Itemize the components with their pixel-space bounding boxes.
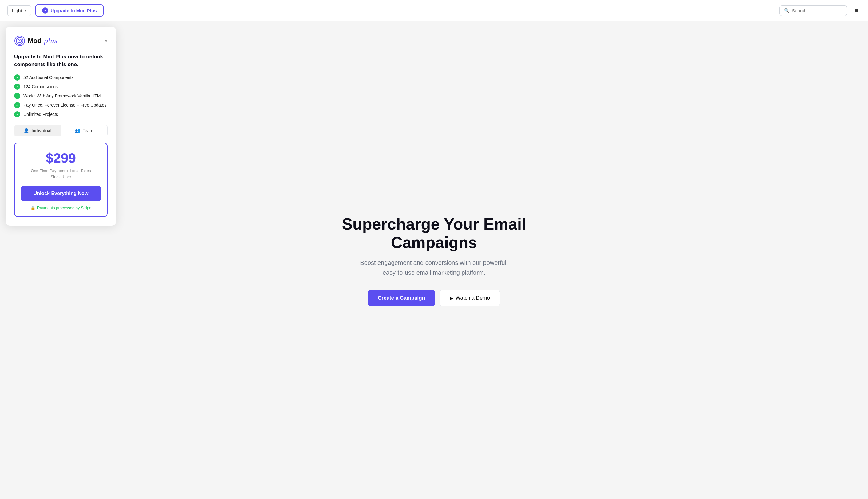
plan-tabs: 👤 Individual 👥 Team (14, 125, 108, 136)
play-icon: ▶ (450, 296, 453, 301)
feature-item: ✓ 124 Compositions (14, 84, 108, 90)
search-box: 🔍 (780, 5, 847, 16)
chevron-down-icon: ▾ (25, 8, 26, 13)
price-amount: $299 (21, 150, 101, 166)
individual-icon: 👤 (24, 128, 29, 133)
header-right: 🔍 ≡ (780, 4, 860, 16)
check-icon: ✓ (14, 102, 20, 108)
unlock-button[interactable]: Unlock Everything Now (21, 186, 101, 201)
logo-mod-text: Mod (28, 37, 41, 45)
feature-item: ✓ Unlimited Projects (14, 111, 108, 117)
header-left: Light ▾ ✦ Upgrade to Mod Plus (8, 4, 104, 16)
hero-buttons: Create a Campaign ▶ Watch a Demo (368, 290, 500, 306)
modal-headline: Upgrade to Mod Plus now to unlock compon… (14, 53, 108, 68)
team-icon: 👥 (75, 128, 80, 133)
check-icon: ✓ (14, 84, 20, 90)
modal-header: Mod plus × (14, 35, 108, 46)
feature-label: Works With Any Framework/Vanilla HTML (23, 94, 103, 98)
modal-logo: Mod plus (14, 35, 58, 46)
feature-item: ✓ Works With Any Framework/Vanilla HTML (14, 93, 108, 99)
feature-label: Pay Once, Forever License + Free Updates (23, 102, 106, 108)
upgrade-icon: ✦ (42, 8, 48, 13)
watch-demo-button[interactable]: ▶ Watch a Demo (440, 290, 500, 306)
lock-icon: 🔒 (31, 206, 35, 210)
close-modal-button[interactable]: × (104, 38, 108, 44)
price-description: One-Time Payment + Local Taxes Single Us… (21, 168, 101, 180)
upgrade-modal: Mod plus × Upgrade to Mod Plus now to un… (5, 27, 116, 226)
tab-team[interactable]: 👥 Team (61, 125, 107, 136)
stripe-label: Payments processed by Stripe (37, 206, 91, 210)
main-content: Supercharge Your Email Campaigns Boost e… (0, 21, 868, 499)
mod-logo-icon (14, 35, 25, 46)
stripe-notice: 🔒 Payments processed by Stripe (21, 206, 101, 210)
tab-team-label: Team (83, 128, 93, 133)
watch-demo-label: Watch a Demo (456, 295, 490, 301)
search-input[interactable] (792, 8, 841, 13)
feature-label: 52 Additional Components (23, 75, 73, 80)
theme-label: Light (12, 8, 22, 13)
hamburger-icon: ≡ (855, 7, 858, 14)
search-icon: 🔍 (784, 8, 789, 13)
price-desc-line1: One-Time Payment + Local Taxes (31, 168, 91, 173)
logo-plus-text: plus (44, 36, 57, 46)
feature-item: ✓ Pay Once, Forever License + Free Updat… (14, 102, 108, 108)
tab-individual[interactable]: 👤 Individual (14, 125, 61, 136)
feature-item: ✓ 52 Additional Components (14, 74, 108, 81)
hero-section: Supercharge Your Email Campaigns Boost e… (0, 21, 868, 499)
price-desc-line2: Single User (50, 174, 71, 179)
hero-title: Supercharge Your Email Campaigns (311, 215, 557, 252)
feature-list: ✓ 52 Additional Components ✓ 124 Composi… (14, 74, 108, 117)
upgrade-button[interactable]: ✦ Upgrade to Mod Plus (35, 4, 104, 16)
feature-label: 124 Compositions (23, 84, 58, 89)
header: Light ▾ ✦ Upgrade to Mod Plus 🔍 ≡ (0, 0, 868, 21)
theme-select-button[interactable]: Light ▾ (8, 5, 31, 16)
tab-individual-label: Individual (31, 128, 51, 133)
check-icon: ✓ (14, 111, 20, 117)
svg-point-3 (19, 40, 20, 41)
pricing-box: $299 One-Time Payment + Local Taxes Sing… (14, 143, 108, 217)
upgrade-label: Upgrade to Mod Plus (51, 8, 97, 13)
menu-button[interactable]: ≡ (852, 4, 860, 16)
hero-subtitle: Boost engagement and conversions with ou… (354, 258, 514, 278)
create-campaign-button[interactable]: Create a Campaign (368, 290, 435, 306)
check-icon: ✓ (14, 93, 20, 99)
check-icon: ✓ (14, 74, 20, 81)
feature-label: Unlimited Projects (23, 112, 58, 117)
